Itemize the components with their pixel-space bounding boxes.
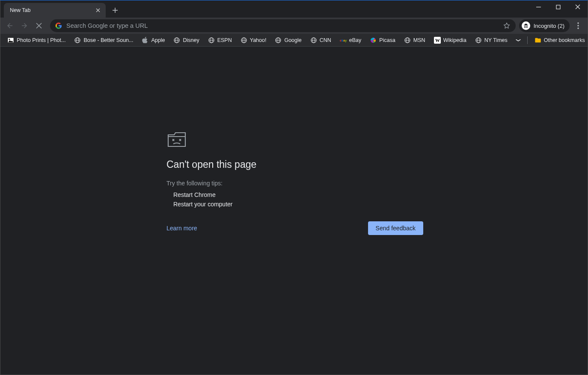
toolbar: Incognito (2) [0, 18, 588, 34]
learn-more-link[interactable]: Learn more [166, 225, 197, 232]
bookmark-item[interactable]: Photo Prints | Phot... [4, 35, 69, 45]
error-tip: Restart your computer [173, 199, 423, 209]
bookmark-label: Wikipedia [443, 37, 466, 43]
globe-icon [404, 37, 411, 44]
incognito-indicator[interactable]: Incognito (2) [519, 19, 570, 32]
svg-point-15 [9, 39, 10, 40]
error-tips-list: Restart Chrome Restart your computer [166, 190, 423, 209]
bookmarks-bar: Photo Prints | Phot...Bose - Better Soun… [0, 34, 588, 47]
globe-icon [74, 37, 81, 44]
globe-icon [208, 37, 215, 44]
window-controls [529, 0, 588, 18]
apple-icon [142, 37, 148, 44]
stop-reload-button[interactable] [32, 19, 46, 33]
bookmark-label: Photo Prints | Phot... [17, 37, 65, 43]
close-tab-icon[interactable] [95, 7, 101, 14]
bookmark-label: NY Times [484, 37, 508, 43]
google-search-icon [55, 22, 62, 29]
page-content: Can't open this page Try the following t… [0, 47, 588, 375]
new-tab-button[interactable] [109, 4, 121, 16]
other-bookmarks-button[interactable]: Other bookmarks [531, 35, 588, 45]
browser-tab[interactable]: New Tab [4, 3, 106, 18]
bookmark-label: Bose - Better Soun... [83, 37, 133, 43]
bookmark-label: Apple [151, 37, 165, 43]
bookmarks-overflow-button[interactable] [513, 37, 524, 44]
bookmark-label: ESPN [217, 37, 232, 43]
svg-text:ebay: ebay [340, 39, 347, 42]
svg-point-11 [577, 25, 579, 26]
back-button[interactable] [3, 19, 17, 33]
other-bookmarks-label: Other bookmarks [544, 37, 585, 43]
globe-icon [275, 37, 282, 44]
bookmark-item[interactable]: MSN [401, 35, 429, 45]
bookmark-item[interactable]: Picasa [366, 35, 399, 45]
bookmark-item[interactable]: Disney [170, 35, 202, 45]
bookmark-item[interactable]: Google [271, 35, 305, 45]
address-input[interactable] [66, 22, 499, 29]
send-feedback-button[interactable]: Send feedback [368, 221, 423, 235]
photo-icon [7, 37, 14, 44]
folder-icon [535, 37, 541, 44]
bookmark-item[interactable]: CNN [307, 35, 335, 45]
bookmark-label: CNN [320, 37, 331, 43]
bookmark-item[interactable]: Bose - Better Soun... [71, 35, 137, 45]
bookmark-item[interactable]: Apple [138, 35, 168, 45]
bookmark-item[interactable]: WWikipedia [431, 35, 470, 45]
incognito-icon [522, 21, 530, 30]
svg-rect-5 [556, 5, 560, 9]
error-tip: Restart Chrome [173, 190, 423, 199]
bookmark-item[interactable]: Yahoo! [237, 35, 270, 45]
bookmark-item[interactable]: ebayeBay [336, 35, 365, 45]
dead-folder-icon [166, 131, 423, 149]
incognito-label: Incognito (2) [534, 23, 564, 29]
globe-icon [310, 37, 317, 44]
bookmark-star-icon[interactable] [503, 22, 511, 30]
tab-title: New Tab [10, 7, 95, 13]
bookmark-item[interactable]: NY Times [472, 35, 511, 45]
svg-point-12 [577, 27, 579, 29]
svg-point-10 [577, 22, 579, 24]
bookmark-label: Disney [183, 37, 199, 43]
forward-button[interactable] [18, 19, 31, 33]
titlebar: New Tab [0, 0, 588, 18]
omnibox[interactable] [50, 19, 516, 32]
bookmark-label: MSN [413, 37, 425, 43]
error-subtitle: Try the following tips: [166, 180, 423, 187]
globe-icon [173, 37, 180, 44]
error-title: Can't open this page [166, 159, 423, 170]
bookmark-label: Google [284, 37, 301, 43]
ebay-icon: ebay [340, 37, 347, 44]
globe-icon [241, 37, 247, 44]
error-page: Can't open this page Try the following t… [166, 131, 423, 235]
bookmark-label: eBay [349, 37, 362, 43]
close-window-icon[interactable] [568, 0, 588, 13]
bookmark-label: Yahoo! [250, 37, 267, 43]
picasa-icon [370, 37, 377, 44]
bookmark-item[interactable]: ESPN [205, 35, 235, 45]
minimize-icon[interactable] [529, 0, 548, 13]
wiki-icon: W [434, 37, 441, 44]
bookmark-label: Picasa [379, 37, 395, 43]
chrome-menu-button[interactable] [571, 19, 585, 33]
bookmarks-separator [527, 36, 528, 44]
maximize-icon[interactable] [548, 0, 568, 13]
globe-icon [475, 37, 482, 44]
svg-text:W: W [435, 38, 440, 43]
